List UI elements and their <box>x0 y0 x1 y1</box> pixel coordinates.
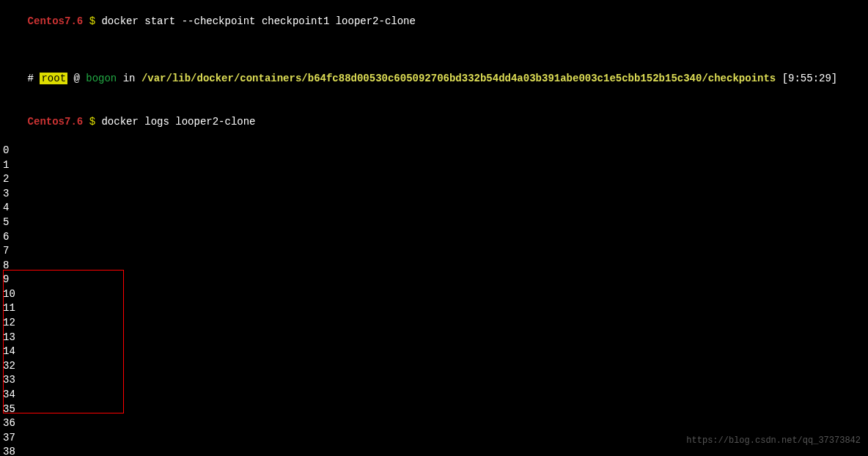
hash-symbol: # <box>28 73 34 84</box>
at-symbol: @ <box>73 73 79 84</box>
command-line-2: Centos7.6 $ docker logs looper2-clone <box>0 100 868 144</box>
path-text: /var/lib/docker/containers/b64fc88d00530… <box>141 73 776 84</box>
output-line: 11 <box>0 301 868 316</box>
prompt-line-1: # root @ bogon in /var/lib/docker/contai… <box>0 57 868 100</box>
prompt-dollar: $ <box>89 15 95 27</box>
output-line: 5 <box>0 216 868 230</box>
output-line: 1 <box>0 158 868 173</box>
output-line: 4 <box>0 201 868 216</box>
output-line: 9 <box>0 273 868 287</box>
prompt-dollar: $ <box>89 116 95 128</box>
timestamp: [9:55:29] <box>782 73 838 84</box>
output-line: 35 <box>0 402 868 417</box>
output-line: 6 <box>0 230 868 245</box>
output-line: 33 <box>0 373 868 388</box>
prompt-label: Centos7.6 <box>28 15 84 27</box>
command-text: docker start --checkpoint checkpoint1 lo… <box>101 15 415 27</box>
in-text: in <box>123 73 136 84</box>
terminal-container[interactable]: Centos7.6 $ docker start --checkpoint ch… <box>0 0 868 456</box>
watermark-text: https://blog.csdn.net/qq_37373842 <box>686 435 861 447</box>
command-text: docker logs looper2-clone <box>101 116 255 128</box>
command-line-1: Centos7.6 $ docker start --checkpoint ch… <box>0 0 868 43</box>
output-line: 10 <box>0 287 868 302</box>
output-line: 34 <box>0 388 868 402</box>
prompt-label: Centos7.6 <box>28 116 84 128</box>
output-line: 0 <box>0 144 868 158</box>
output-line: 12 <box>0 316 868 331</box>
output-line: 36 <box>0 416 868 431</box>
blank-line <box>0 43 868 58</box>
hostname: bogon <box>86 73 117 84</box>
output-line: 2 <box>0 172 868 187</box>
user-root: root <box>40 73 67 84</box>
output-line: 7 <box>0 244 868 259</box>
output-line: 14 <box>0 345 868 359</box>
output-line: 13 <box>0 331 868 345</box>
output-line: 8 <box>0 259 868 273</box>
output-line: 3 <box>0 187 868 202</box>
output-line: 32 <box>0 359 868 374</box>
